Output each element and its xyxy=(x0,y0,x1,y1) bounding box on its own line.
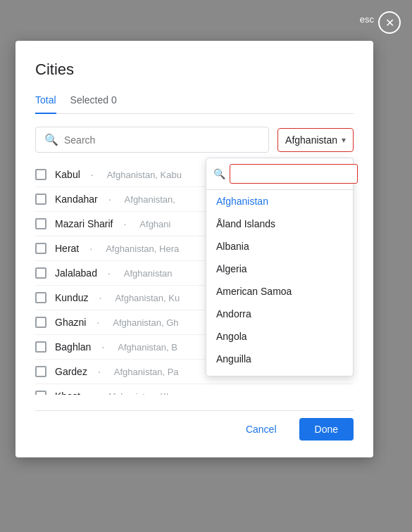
tab-selected[interactable]: Selected 0 xyxy=(70,90,117,114)
city-subtitle: Afghanistan, Pa xyxy=(114,367,179,377)
country-dropdown-label: Afghanistan xyxy=(285,134,337,146)
country-item-anguilla[interactable]: Anguilla xyxy=(206,348,353,370)
country-dropdown-popup: 🔍 Afghanistan Åland Islands Albania Alge… xyxy=(206,158,354,376)
tabs-row: Total Selected 0 xyxy=(35,90,354,114)
city-separator: · xyxy=(101,341,104,353)
city-separator: · xyxy=(91,391,94,395)
city-checkbox[interactable] xyxy=(35,169,46,180)
city-subtitle: Afghanistan, B xyxy=(118,342,177,353)
city-checkbox[interactable] xyxy=(35,267,46,279)
country-dropdown-button[interactable]: Afghanistan ▾ xyxy=(277,128,354,152)
city-separator: · xyxy=(98,366,101,377)
modal-footer: Cancel Done xyxy=(35,410,354,441)
cancel-button[interactable]: Cancel xyxy=(235,418,288,441)
city-subtitle: Afghani xyxy=(139,219,170,229)
city-name: Baghlan xyxy=(55,341,91,353)
search-icon: 🔍 xyxy=(44,133,58,146)
close-button[interactable]: ✕ xyxy=(378,11,401,34)
country-item-algeria[interactable]: Algeria xyxy=(206,258,353,280)
country-item-angola[interactable]: Angola xyxy=(206,325,353,348)
city-checkbox[interactable] xyxy=(35,243,46,254)
country-item-albania[interactable]: Albania xyxy=(206,235,353,258)
country-item-aland[interactable]: Åland Islands xyxy=(206,213,353,235)
city-name: Kandahar xyxy=(55,194,98,205)
city-checkbox[interactable] xyxy=(35,391,46,395)
city-separator: · xyxy=(96,317,99,328)
city-subtitle: Afghanistan, Ku xyxy=(115,293,180,303)
city-name: Kunduz xyxy=(55,292,88,303)
city-row: Khost·Afghanistan, Kho xyxy=(35,384,354,395)
city-separator: · xyxy=(108,194,111,205)
search-box: 🔍 xyxy=(35,127,269,153)
modal-title: Cities xyxy=(35,61,354,79)
dropdown-search-input[interactable] xyxy=(230,164,358,184)
city-name: Kabul xyxy=(55,169,80,180)
city-separator: · xyxy=(108,267,111,279)
city-checkbox[interactable] xyxy=(35,292,46,303)
country-list: Afghanistan Åland Islands Albania Algeri… xyxy=(206,190,353,373)
city-separator: · xyxy=(123,218,126,229)
city-subtitle: Afghanistan, Gh xyxy=(113,317,178,328)
city-name: Jalalabad xyxy=(55,267,97,279)
tab-total[interactable]: Total xyxy=(35,90,56,114)
city-name: Gardez xyxy=(55,366,87,377)
city-checkbox[interactable] xyxy=(35,218,46,229)
city-checkbox[interactable] xyxy=(35,194,46,205)
city-subtitle: Afghanistan, Kho xyxy=(107,391,177,395)
dropdown-search-row: 🔍 xyxy=(206,158,353,190)
city-subtitle: Afghanistan, xyxy=(125,194,175,205)
country-item-afghanistan[interactable]: Afghanistan xyxy=(206,190,353,213)
country-item-andorra[interactable]: Andorra xyxy=(206,303,353,325)
modal-dialog: Cities Total Selected 0 🔍 Afghanistan ▾ … xyxy=(15,41,373,457)
chevron-down-icon: ▾ xyxy=(342,135,346,145)
city-subtitle: Afghanistan, Hera xyxy=(106,243,179,254)
esc-label: esc xyxy=(360,14,374,25)
search-input[interactable] xyxy=(64,134,260,146)
city-name: Herat xyxy=(55,243,79,254)
city-separator: · xyxy=(99,292,101,303)
close-icon: ✕ xyxy=(385,16,394,30)
city-name: Mazari Sharif xyxy=(55,218,113,229)
dropdown-search-icon: 🔍 xyxy=(213,168,225,179)
city-checkbox[interactable] xyxy=(35,366,46,377)
city-subtitle: Afghanistan xyxy=(124,268,173,279)
city-name: Ghazni xyxy=(55,317,86,328)
city-checkbox[interactable] xyxy=(35,341,46,353)
city-checkbox[interactable] xyxy=(35,317,46,328)
city-separator: · xyxy=(89,243,92,254)
country-item-antarctica[interactable]: Antarctica xyxy=(206,370,353,373)
search-and-filter-row: 🔍 Afghanistan ▾ 🔍 Afghanistan Åland Isla… xyxy=(35,127,354,153)
city-separator: · xyxy=(91,169,94,180)
country-item-american-samoa[interactable]: American Samoa xyxy=(206,280,353,303)
city-name: Khost xyxy=(55,391,80,395)
done-button[interactable]: Done xyxy=(299,418,354,441)
city-subtitle: Afghanistan, Kabu xyxy=(107,170,182,180)
